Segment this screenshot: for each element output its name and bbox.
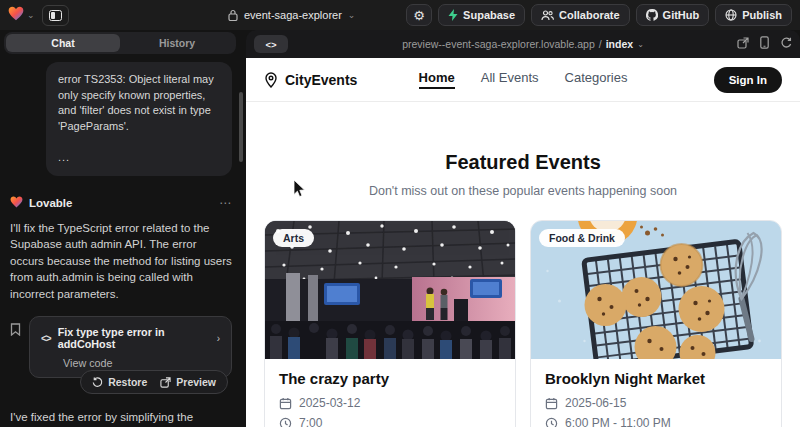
sidebar-scrollbar[interactable] [239,92,243,162]
nav-categories[interactable]: Categories [565,70,628,89]
view-code-link[interactable]: View code [63,357,220,369]
event-time: 7:00 [299,416,322,427]
event-title: Brooklyn Night Market [545,370,767,387]
clock-icon [279,417,292,427]
external-link-icon [160,377,171,388]
collaborate-label: Collaborate [559,9,620,21]
clock-icon [545,417,558,427]
calendar-icon [545,397,558,410]
external-link-icon [737,37,749,49]
lovable-editor: ⌄ event-saga-explorer ⌄ ⚙ [0,0,800,427]
people-icon [541,10,554,21]
nav-home[interactable]: Home [419,70,455,89]
url-separator: / [599,38,602,50]
assistant-name: Lovable [29,197,72,209]
message2-text-1: I've fixed the error by simplifying the … [10,411,193,427]
restore-preview-pill: Restore Preview [80,370,228,394]
tab-chat[interactable]: Chat [6,34,120,52]
assistant-message-2: I've fixed the error by simplifying the … [10,409,232,427]
event-date: 2025-06-15 [565,396,626,410]
preview-url-bar: preview--event-saga-explorer.lovable.app… [246,30,800,58]
event-cards: Arts The crazy party [246,220,800,427]
globe-icon [725,9,737,21]
lock-icon [228,9,238,21]
preview-url[interactable]: preview--event-saga-explorer.lovable.app [402,38,595,50]
chat-sidebar: Chat History error TS2353: Object litera… [0,30,246,427]
project-name-menu[interactable]: event-saga-explorer ⌄ [228,0,355,30]
preview-label: Preview [176,376,216,388]
tab-history[interactable]: History [120,34,234,52]
category-badge: Food & Drink [539,229,625,247]
user-message-ellipsis: ... [58,150,220,166]
sign-in-button[interactable]: Sign In [714,67,782,93]
site-header: CityEvents Home All Events Categories Si… [246,58,800,102]
bookmark-icon[interactable] [10,322,21,340]
chat-messages[interactable]: error TS2353: Object literal may only sp… [0,58,242,427]
code-change-title: Fix type type error in addCoHost [58,326,210,350]
settings-button[interactable]: ⚙ [406,4,432,26]
user-message-text: error TS2353: Object literal may only sp… [58,72,220,134]
restore-button[interactable]: Restore [92,376,147,388]
preview-route[interactable]: index [606,38,633,50]
lovable-heart-icon [8,6,24,25]
publish-label: Publish [742,9,782,21]
publish-button[interactable]: Publish [715,4,792,26]
assistant-message-1: I'll fix the TypeScript error related to… [10,220,232,303]
mobile-view-button[interactable] [760,35,769,53]
event-time-row: 7:00 [279,416,501,427]
chevron-down-icon: ⌄ [348,11,356,20]
hero-subtitle: Don't miss out on these popular events h… [246,184,800,198]
toggle-sidebar-button[interactable] [42,5,69,26]
chevron-right-icon: › [217,333,220,344]
project-name: event-saga-explorer [244,9,342,21]
github-button[interactable]: GitHub [636,4,710,26]
code-change-card[interactable]: <> Fix type type error in addCoHost › Vi… [29,316,232,378]
code-icon: <> [41,333,51,344]
supabase-bolt-icon [448,9,458,21]
preview-toolbar: <> preview--event-saga-explorer.lovable.… [246,30,800,58]
event-date-row: 2025-06-15 [545,396,767,410]
event-time-row: 6:00 PM - 11:00 PM [545,416,767,427]
hero-section: Featured Events Don't miss out on these … [246,151,800,198]
lovable-logo-menu[interactable]: ⌄ [8,6,35,25]
open-in-new-tab-button[interactable] [737,35,749,53]
github-icon [646,9,658,21]
restore-label: Restore [108,376,147,388]
event-date: 2025-03-12 [299,396,360,410]
nav-all-events[interactable]: All Events [481,70,539,89]
chat-history-tabs: Chat History [4,32,236,54]
calendar-icon [279,397,292,410]
preview-panel: <> preview--event-saga-explorer.lovable.… [246,30,800,427]
site-brand[interactable]: CityEvents [264,72,357,88]
message-menu-button[interactable]: ⋯ [219,196,232,210]
supabase-label: Supabase [463,9,515,21]
restore-icon [92,377,103,388]
lovable-heart-icon [10,194,23,212]
event-date-row: 2025-03-12 [279,396,501,410]
code-icon: <> [265,39,276,50]
editor-topbar: ⌄ event-saga-explorer ⌄ ⚙ [0,0,800,30]
gear-icon: ⚙ [413,8,425,23]
event-time: 6:00 PM - 11:00 PM [565,416,671,427]
refresh-icon [780,37,792,49]
event-title: The crazy party [279,370,501,387]
supabase-button[interactable]: Supabase [438,4,525,26]
category-badge: Arts [273,229,314,247]
chevron-down-icon: ⌄ [637,40,644,49]
smartphone-icon [760,36,769,49]
event-card-brooklyn-market[interactable]: Food & Drink Brooklyn Night Market [530,220,782,427]
preview-webpage: CityEvents Home All Events Categories Si… [246,58,800,427]
event-card-crazy-party[interactable]: Arts The crazy party [264,220,516,427]
refresh-button[interactable] [780,35,792,53]
event-image-cookies: Food & Drink [531,221,781,359]
code-view-toggle[interactable]: <> [254,35,288,53]
map-pin-icon [264,72,278,88]
collaborate-button[interactable]: Collaborate [531,4,630,26]
chevron-down-icon: ⌄ [27,11,35,20]
panel-icon [49,10,62,21]
github-label: GitHub [663,9,700,21]
preview-button[interactable]: Preview [160,376,216,388]
user-message-bubble: error TS2353: Object literal may only sp… [46,62,232,176]
event-image-concert: Arts [265,221,515,359]
brand-name: CityEvents [285,72,357,88]
